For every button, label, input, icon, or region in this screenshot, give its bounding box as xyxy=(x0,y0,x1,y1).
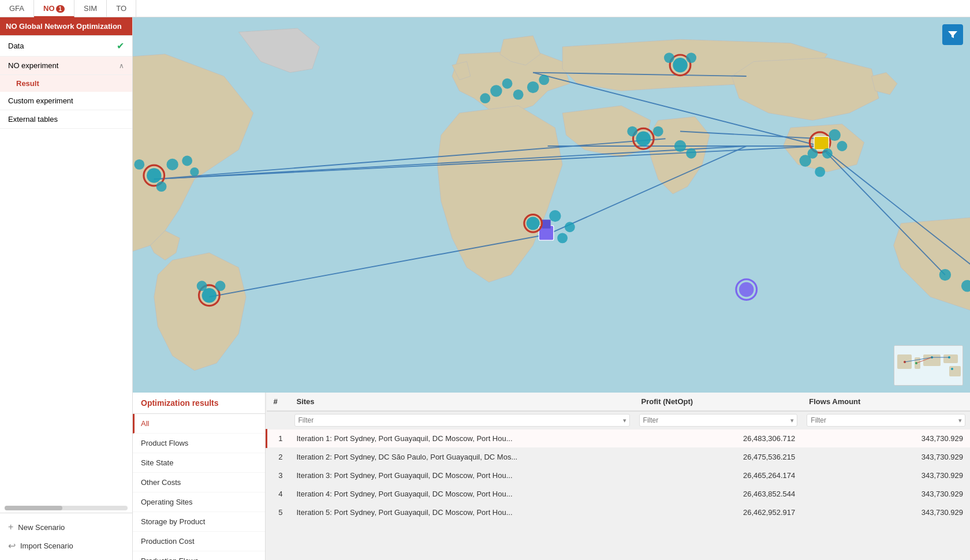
table-row[interactable]: 1 Iteration 1: Port Sydney, Port Guayaqu… xyxy=(267,430,971,448)
svg-rect-21 xyxy=(542,219,550,228)
svg-point-33 xyxy=(673,58,687,72)
import-scenario-label: Import Scenario xyxy=(20,542,73,550)
filter-flows-cell xyxy=(802,411,970,430)
nav-item-all[interactable]: All xyxy=(133,414,265,434)
plus-icon: + xyxy=(8,522,13,532)
row-num: 3 xyxy=(267,466,290,485)
filter-flows-input[interactable] xyxy=(807,414,965,427)
svg-point-25 xyxy=(197,281,207,291)
table-row[interactable]: 3 Iteration 3: Port Sydney, Port Guayaqu… xyxy=(267,466,971,485)
tree-item-custom[interactable]: Custom experiment xyxy=(0,92,132,110)
nav-item-production-flows[interactable]: Production Flows xyxy=(133,551,265,560)
tree-item-no-experiment[interactable]: NO experiment ∧ xyxy=(0,57,132,75)
svg-point-19 xyxy=(190,167,199,176)
tree-item-external-label: External tables xyxy=(8,115,58,124)
left-panel: NO Global Network Optimization Data ✔ NO… xyxy=(0,17,133,560)
svg-point-45 xyxy=(674,140,686,152)
tree-menu: Data ✔ NO experiment ∧ Result Custom exp… xyxy=(0,36,132,503)
tree-item-custom-label: Custom experiment xyxy=(8,96,73,105)
nav-item-production-cost[interactable]: Production Cost xyxy=(133,532,265,551)
svg-point-38 xyxy=(653,126,663,137)
new-scenario-action[interactable]: + New Scenario xyxy=(0,518,132,536)
col-header-flows: Flows Amount xyxy=(802,393,970,411)
table-row[interactable]: 4 Iteration 4: Port Sydney, Port Guayaqu… xyxy=(267,485,971,503)
row-profit: 26,462,952.917 xyxy=(635,503,803,522)
row-sites: Iteration 2: Port Sydney, DC São Paulo, … xyxy=(290,448,635,466)
nav-item-other-costs[interactable]: Other Costs xyxy=(133,473,265,492)
row-sites: Iteration 4: Port Sydney, Port Guayaquil… xyxy=(290,485,635,503)
filter-profit-cell xyxy=(635,411,803,430)
svg-rect-65 xyxy=(943,354,958,363)
main-content: NO Global Network Optimization Data ✔ NO… xyxy=(0,17,970,560)
svg-point-44 xyxy=(557,233,568,243)
filter-sites-cell xyxy=(290,411,635,430)
sidebar-nav: Optimization results All Product Flows S… xyxy=(133,393,266,560)
tree-item-external[interactable]: External tables xyxy=(0,110,132,129)
mini-map-svg xyxy=(894,346,963,386)
tree-item-data-label: Data xyxy=(8,42,24,50)
svg-point-24 xyxy=(215,281,226,291)
mini-map[interactable] xyxy=(894,345,963,386)
tab-to[interactable]: TO xyxy=(107,0,136,17)
svg-point-31 xyxy=(480,93,490,103)
svg-point-17 xyxy=(134,159,144,170)
col-header-profit: Profit (NetOpt) xyxy=(635,393,803,411)
tab-badge: 1 xyxy=(56,5,65,13)
svg-point-41 xyxy=(527,216,540,230)
table-body: 1 Iteration 1: Port Sydney, Port Guayaqu… xyxy=(267,430,971,522)
row-sites: Iteration 3: Port Sydney, Port Guayaquil… xyxy=(290,466,635,485)
svg-point-34 xyxy=(686,53,696,63)
svg-point-28 xyxy=(513,89,524,100)
svg-point-49 xyxy=(829,129,840,141)
svg-point-55 xyxy=(939,269,951,281)
svg-point-16 xyxy=(156,181,167,192)
svg-point-27 xyxy=(502,79,513,89)
nav-item-site-state[interactable]: Site State xyxy=(133,453,265,473)
tree-item-data[interactable]: Data ✔ xyxy=(0,36,132,57)
tab-sim[interactable]: SIM xyxy=(74,0,107,17)
row-num: 4 xyxy=(267,485,290,503)
world-map-svg xyxy=(133,17,970,393)
bottom-actions: + New Scenario ↩ Import Scenario xyxy=(0,513,132,560)
tab-gfa[interactable]: GFA xyxy=(0,0,34,17)
table-row[interactable]: 2 Iteration 2: Port Sydney, DC São Paulo… xyxy=(267,448,971,466)
data-table-area: # Sites Profit (NetOpt) Flows Amount xyxy=(266,393,970,560)
new-scenario-label: New Scenario xyxy=(18,523,65,532)
svg-point-46 xyxy=(686,148,696,159)
row-profit: 26,463,852.544 xyxy=(635,485,803,503)
map-area xyxy=(133,17,970,393)
svg-point-39 xyxy=(627,126,637,137)
svg-point-26 xyxy=(490,85,502,96)
top-bar: GFA NO1 SIM TO xyxy=(0,0,970,17)
svg-point-71 xyxy=(951,368,953,370)
import-scenario-action[interactable]: ↩ Import Scenario xyxy=(0,536,132,555)
scroll-thumb xyxy=(5,506,62,510)
tree-sub-item-result[interactable]: Result xyxy=(0,75,132,92)
tree-item-no-label: NO experiment xyxy=(8,61,58,70)
bottom-layout: Optimization results All Product Flows S… xyxy=(133,393,970,560)
nav-item-product-flows[interactable]: Product Flows xyxy=(133,434,265,453)
expand-arrow: ∧ xyxy=(119,62,124,70)
row-flows: 343,730.929 xyxy=(802,466,970,485)
check-icon: ✔ xyxy=(117,40,124,51)
filter-map-button[interactable] xyxy=(942,24,963,45)
svg-point-59 xyxy=(800,155,811,166)
row-sites: Iteration 5: Port Sydney, Port Guayaquil… xyxy=(290,503,635,522)
row-flows: 343,730.929 xyxy=(802,448,970,466)
nav-item-operating-sites[interactable]: Operating Sites xyxy=(133,492,265,512)
import-icon: ↩ xyxy=(8,540,16,551)
svg-point-51 xyxy=(822,148,833,159)
filter-num-empty xyxy=(267,411,290,430)
filter-sites-input[interactable] xyxy=(294,414,630,427)
filter-profit-input[interactable] xyxy=(639,414,798,427)
nav-item-storage-by-product[interactable]: Storage by Product xyxy=(133,512,265,532)
svg-point-43 xyxy=(565,222,575,232)
svg-rect-48 xyxy=(814,136,829,150)
svg-point-15 xyxy=(166,159,178,170)
tab-no[interactable]: NO1 xyxy=(34,0,74,17)
table-row[interactable]: 5 Iteration 5: Port Sydney, Port Guayaqu… xyxy=(267,503,971,522)
svg-rect-66 xyxy=(949,366,961,376)
row-profit: 26,475,536.215 xyxy=(635,448,803,466)
svg-point-14 xyxy=(147,168,161,182)
scroll-track[interactable] xyxy=(5,506,128,510)
